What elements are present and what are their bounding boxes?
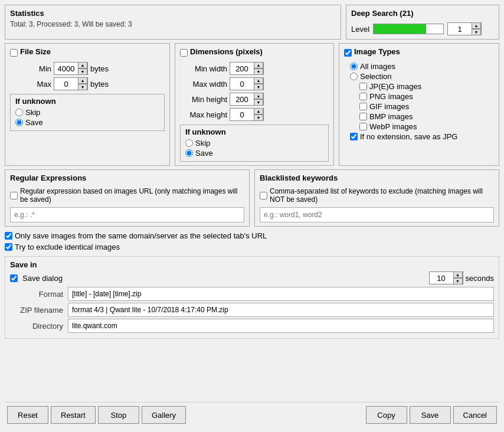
min-width-label: Min width bbox=[180, 64, 227, 73]
min-label: Min bbox=[10, 64, 51, 73]
directory-label: Directory bbox=[10, 322, 63, 330]
seconds-down[interactable]: ▼ bbox=[453, 278, 463, 284]
zip-filename-input[interactable] bbox=[68, 303, 494, 317]
blacklist-description: Comma-separated list of keywords to excl… bbox=[270, 187, 494, 204]
max-height-label: Max height bbox=[180, 110, 227, 119]
image-types-title: Image Types bbox=[354, 47, 400, 56]
max-bytes-input[interactable] bbox=[54, 80, 78, 89]
min-bytes-unit: bytes bbox=[90, 64, 109, 73]
level-spinner-buttons[interactable]: ▲ ▼ bbox=[472, 22, 481, 35]
max-width-input[interactable] bbox=[230, 80, 254, 89]
max-bytes-down[interactable]: ▼ bbox=[78, 84, 87, 90]
max-label: Max bbox=[10, 80, 51, 89]
max-height-down[interactable]: ▼ bbox=[254, 114, 263, 121]
same-domain-checkbox[interactable] bbox=[5, 232, 12, 240]
format-input[interactable] bbox=[68, 287, 494, 301]
max-height-up[interactable]: ▲ bbox=[254, 108, 263, 114]
min-bytes-up[interactable]: ▲ bbox=[78, 62, 87, 68]
bmp-checkbox[interactable] bbox=[359, 113, 367, 120]
progress-fill bbox=[374, 24, 426, 34]
min-width-input[interactable] bbox=[230, 64, 254, 73]
min-height-up[interactable]: ▲ bbox=[254, 93, 263, 99]
dims-save-radio[interactable] bbox=[185, 149, 193, 157]
seconds-up[interactable]: ▲ bbox=[453, 271, 463, 278]
seconds-input[interactable] bbox=[430, 274, 453, 283]
level-down-button[interactable]: ▼ bbox=[472, 29, 481, 35]
bmp-label: BMP images bbox=[369, 112, 413, 121]
dims-skip-label: Skip bbox=[195, 139, 210, 148]
statistics-summary: Total: 3, Processed: 3, Will be saved: 3 bbox=[10, 20, 336, 28]
no-extension-checkbox[interactable] bbox=[350, 133, 358, 140]
min-height-down[interactable]: ▼ bbox=[254, 99, 263, 106]
deep-search-title: Deep Search (21) bbox=[351, 9, 494, 18]
file-size-if-unknown-title: If unknown bbox=[15, 97, 159, 106]
reset-button[interactable]: Reset bbox=[7, 406, 48, 424]
seconds-label: seconds bbox=[466, 274, 494, 283]
level-up-button[interactable]: ▲ bbox=[472, 22, 481, 29]
regex-input[interactable] bbox=[10, 207, 244, 222]
directory-input[interactable] bbox=[68, 319, 494, 333]
exclude-identical-label: Try to exclude identical images bbox=[15, 243, 120, 251]
max-height-input[interactable] bbox=[230, 110, 254, 119]
min-width-spinner[interactable]: ▲ ▼ bbox=[230, 62, 264, 75]
no-extension-label: If no extension, save as JPG bbox=[360, 132, 457, 141]
dims-skip-radio[interactable] bbox=[185, 139, 193, 147]
max-width-down[interactable]: ▼ bbox=[254, 84, 263, 90]
png-checkbox[interactable] bbox=[359, 93, 367, 100]
selection-radio[interactable] bbox=[350, 73, 358, 80]
seconds-spinner[interactable]: ▲ ▼ bbox=[429, 271, 463, 284]
dims-save-label: Save bbox=[195, 149, 213, 158]
level-input[interactable] bbox=[448, 25, 472, 34]
image-types-checkbox[interactable] bbox=[344, 49, 352, 57]
min-width-down[interactable]: ▼ bbox=[254, 68, 263, 75]
min-height-spinner[interactable]: ▲ ▼ bbox=[230, 93, 264, 106]
dimensions-title: Dimensions (pixels) bbox=[190, 47, 263, 56]
gallery-button[interactable]: Gallery bbox=[142, 406, 186, 424]
dimensions-checkbox[interactable] bbox=[180, 49, 188, 57]
cancel-button[interactable]: Cancel bbox=[453, 406, 497, 424]
max-bytes-up[interactable]: ▲ bbox=[78, 77, 87, 84]
min-height-input[interactable] bbox=[230, 95, 254, 104]
deep-search-progress bbox=[373, 24, 444, 34]
max-bytes-spinner[interactable]: ▲ ▼ bbox=[54, 77, 88, 90]
save-dialog-checkbox[interactable] bbox=[10, 274, 18, 282]
level-label: Level bbox=[351, 25, 369, 34]
max-bytes-unit: bytes bbox=[90, 80, 109, 89]
all-images-radio[interactable] bbox=[350, 63, 358, 70]
min-width-up[interactable]: ▲ bbox=[254, 62, 263, 68]
max-height-spinner[interactable]: ▲ ▼ bbox=[230, 108, 264, 121]
regex-checkbox[interactable] bbox=[10, 192, 18, 199]
max-width-up[interactable]: ▲ bbox=[254, 77, 263, 84]
same-domain-label: Only save images from the same domain/se… bbox=[15, 231, 267, 240]
file-size-save-radio[interactable] bbox=[15, 119, 23, 126]
jpeg-checkbox[interactable] bbox=[359, 83, 367, 90]
min-bytes-input[interactable] bbox=[54, 64, 78, 73]
blacklist-checkbox[interactable] bbox=[260, 192, 267, 199]
file-size-checkbox[interactable] bbox=[10, 49, 18, 57]
min-bytes-spinner[interactable]: ▲ ▼ bbox=[54, 62, 88, 75]
blacklist-title: Blacklisted keywords bbox=[260, 174, 338, 182]
min-height-label: Min height bbox=[180, 95, 227, 104]
restart-button[interactable]: Restart bbox=[51, 406, 96, 424]
regex-description: Regular expression based on images URL (… bbox=[20, 187, 244, 204]
selection-label: Selection bbox=[360, 72, 391, 81]
save-dialog-label: Save dialog bbox=[22, 274, 63, 283]
save-button[interactable]: Save bbox=[410, 406, 451, 424]
file-size-skip-radio[interactable] bbox=[15, 109, 23, 116]
gif-label: GIF images bbox=[369, 102, 409, 111]
copy-button[interactable]: Copy bbox=[366, 406, 407, 424]
max-width-label: Max width bbox=[180, 80, 227, 89]
level-spinner[interactable]: ▲ ▼ bbox=[447, 22, 482, 35]
webp-checkbox[interactable] bbox=[359, 123, 367, 130]
file-size-title: File Size bbox=[20, 47, 51, 56]
max-width-spinner[interactable]: ▲ ▼ bbox=[230, 77, 264, 90]
min-bytes-down[interactable]: ▼ bbox=[78, 68, 87, 75]
gif-checkbox[interactable] bbox=[359, 103, 367, 110]
stop-button[interactable]: Stop bbox=[98, 406, 139, 424]
exclude-identical-checkbox[interactable] bbox=[5, 243, 12, 251]
all-images-label: All images bbox=[360, 62, 395, 71]
regex-title: Regular Expressions bbox=[10, 174, 86, 182]
save-in-title: Save in bbox=[10, 260, 494, 269]
blacklist-input[interactable] bbox=[260, 207, 494, 222]
file-size-skip-label: Skip bbox=[25, 108, 40, 117]
